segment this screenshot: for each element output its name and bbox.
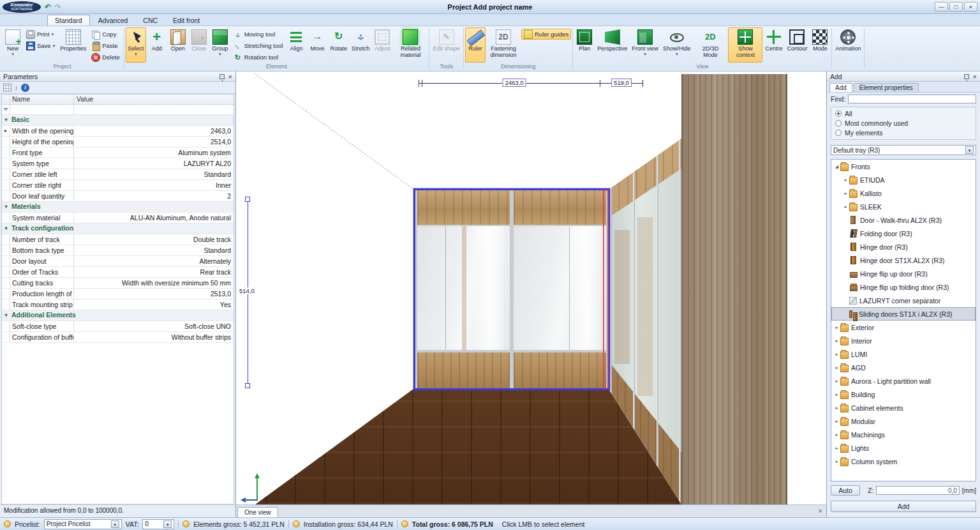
ribbon-button-2d-3d-mode[interactable]: 2D/3D Mode	[693, 27, 727, 63]
maximize-button[interactable]: □	[949, 2, 963, 11]
param-row-production-length-of-tr[interactable]: Production length of tr...2513,0	[2, 289, 234, 299]
ribbon-button-properties[interactable]: Properties	[58, 27, 88, 63]
expand-arrow-icon[interactable]: ▸	[833, 352, 840, 357]
expand-arrow-icon[interactable]: ▸	[833, 446, 840, 451]
ribbon-button-fastening-dimension[interactable]: Fastening dimension	[486, 27, 521, 63]
ribbon-button-print[interactable]: Print▾	[24, 29, 57, 40]
minimize-button[interactable]: —	[935, 2, 948, 11]
param-group-additional-elements[interactable]: ▾Additional Elements	[2, 310, 234, 321]
ribbon-button-edit-shape[interactable]: Edit shape	[431, 27, 462, 63]
expand-arrow-icon[interactable]: ▸	[842, 204, 849, 209]
param-row-corner-stile-left[interactable]: Corner stile leftStandard	[2, 169, 234, 180]
find-input[interactable]	[848, 95, 976, 103]
tree-item-cabinet-elements[interactable]: ▸Cabinet elements	[831, 401, 976, 414]
tree-item-hinge-door-st1x-al2x-r3[interactable]: Hinge door ST1X.AL2X (R3)	[831, 254, 976, 267]
ribbon-button-related-material[interactable]: Related material	[393, 27, 427, 63]
expand-arrow-icon[interactable]: ▸	[842, 191, 849, 196]
ribbon-button-open[interactable]: Open	[168, 27, 188, 63]
ribbon-button-paste[interactable]: Paste	[89, 40, 122, 51]
add-button[interactable]: Add	[831, 501, 976, 512]
pin-icon[interactable]	[964, 74, 969, 79]
radio-my-elements[interactable]: My elements	[835, 129, 972, 137]
sliding-door-left[interactable]	[415, 190, 512, 388]
column-header-value[interactable]: Value	[74, 95, 234, 104]
param-row-system-material[interactable]: System materialALU-AN Aluminum, Anode na…	[2, 213, 234, 223]
tab-one-view[interactable]: One view	[237, 507, 278, 517]
ribbon-button-save[interactable]: Save▾	[24, 40, 57, 51]
expand-arrow-icon[interactable]: ▸	[833, 338, 840, 344]
param-row-door-layout[interactable]: Door layoutAlternately	[2, 256, 234, 267]
undo-icon[interactable]: ↶	[45, 3, 51, 11]
param-row-number-of-track[interactable]: Number of trackDouble track	[2, 234, 234, 245]
tab-element-properties[interactable]: Element properties	[854, 83, 919, 92]
close-panel-icon[interactable]: ×	[228, 73, 232, 80]
menu-tab-standard[interactable]: Standard	[47, 15, 90, 26]
redo-icon[interactable]: ↷	[55, 3, 61, 11]
selected-sliding-doors[interactable]	[413, 188, 610, 390]
tray-dropdown[interactable]: Default tray (R3) ▾	[831, 145, 976, 155]
tree-item-machinings[interactable]: ▸Machinings	[831, 428, 976, 441]
menu-tab-edit-front[interactable]: Edit front	[166, 15, 207, 26]
chevron-down-icon[interactable]: ▾	[111, 520, 119, 528]
ribbon-button-copy[interactable]: Copy	[89, 29, 122, 40]
tab-add[interactable]: Add	[829, 83, 852, 92]
tree-item-etiuda[interactable]: ▸ETIUDA	[831, 173, 976, 186]
ribbon-button-ruler-guides[interactable]: Ruler guides	[521, 29, 571, 40]
param-row-cutting-tracks[interactable]: Cutting tracksWidth with oversize minimu…	[2, 278, 234, 289]
expand-arrow-icon[interactable]: ▸	[833, 432, 840, 437]
param-row-height-of-the-opening[interactable]: Height of the opening2514,0	[2, 137, 234, 148]
close-view-icon[interactable]: ×	[819, 507, 822, 515]
ribbon-button-move[interactable]: Move	[307, 27, 327, 63]
param-row-door-leaf-quantity[interactable]: Door leaf quantity2	[2, 191, 234, 202]
tree-item-lazuryt-corner-separator[interactable]: LAZURYT corner separator	[831, 294, 976, 307]
ribbon-button-contour[interactable]: Contour	[785, 27, 809, 63]
ribbon-button-delete[interactable]: Delete	[89, 52, 122, 63]
menu-tab-cnc[interactable]: CNC	[136, 15, 165, 26]
tree-item-modular[interactable]: ▸Modular	[831, 414, 976, 428]
ribbon-button-adjust[interactable]: Adjust	[372, 27, 392, 63]
tree-item-lights[interactable]: ▸Lights	[831, 441, 976, 455]
param-group-materials[interactable]: ▾Materials	[2, 202, 234, 213]
column-header-name[interactable]: Name	[10, 95, 74, 104]
ribbon-button-front-view[interactable]: Front view▾	[630, 27, 660, 63]
3d-viewport[interactable]: 2463,0 519,0 514,0	[236, 72, 826, 504]
sliding-door-right[interactable]	[512, 190, 608, 388]
expand-arrow-icon[interactable]: ▸	[842, 178, 849, 183]
chevron-down-icon[interactable]: ▾	[163, 520, 172, 528]
ribbon-button-group[interactable]: Group▾	[210, 27, 230, 63]
tree-item-lumi[interactable]: ▸LUMI	[831, 347, 976, 361]
tree-item-aurora-light-partition-wall[interactable]: ▸Aurora - Light partition wall	[831, 374, 976, 388]
expand-arrow-icon[interactable]: ◢	[833, 164, 840, 169]
auto-button[interactable]: Auto	[831, 485, 860, 496]
param-row-track-mounting-strip[interactable]: Track mounting stripYes	[2, 299, 234, 310]
tree-item-fronts[interactable]: ◢Fronts	[831, 160, 976, 173]
param-row-corner-stile-right[interactable]: Corner stile rightInner	[2, 180, 234, 191]
tree-item-hinge-flip-up-folding-door-r3[interactable]: Hinge flip up folding door (R3)	[831, 280, 976, 294]
ribbon-button-moving-tool[interactable]: Moving tool	[231, 29, 286, 40]
ribbon-button-ruler[interactable]: Ruler	[465, 27, 486, 63]
ribbon-button-mode[interactable]: Mode	[810, 27, 830, 63]
ribbon-button-centre[interactable]: Centre	[763, 27, 784, 63]
wood-gable-panel[interactable]	[681, 74, 787, 504]
ribbon-button-new[interactable]: New▾	[3, 27, 23, 63]
pricelist-dropdown[interactable]: Project Pricelist ▾	[44, 519, 122, 529]
radio-all[interactable]: All	[835, 110, 972, 117]
z-input[interactable]: 0,0	[876, 486, 959, 495]
param-row-soft-close-type[interactable]: Soft-close typeSoft-close UNO	[2, 321, 234, 332]
tree-item-hinge-door-r3[interactable]: Hinge door (R3)	[831, 240, 976, 254]
tree-item-sliding-doors-st1x-i-al2x-r3[interactable]: Sliding doors ST1X i AL2X (R3)	[831, 307, 976, 321]
ribbon-button-perspective[interactable]: Perspective	[595, 27, 629, 63]
radio-most-commonly-used[interactable]: Most commonly used	[835, 119, 972, 127]
param-row-width-of-the-opening[interactable]: ▸Width of the opening2463,0	[2, 126, 234, 137]
expand-arrow-icon[interactable]: ▸	[833, 459, 840, 464]
ribbon-button-align[interactable]: Align	[286, 27, 306, 63]
ribbon-button-plan[interactable]: Plan	[574, 27, 595, 63]
ribbon-button-select[interactable]: Select▾	[126, 27, 146, 63]
expand-arrow-icon[interactable]: ▸	[833, 419, 840, 424]
filter-row[interactable]	[2, 105, 234, 115]
tree-item-exterior[interactable]: ▸Exterior	[831, 321, 976, 334]
ribbon-button-animation[interactable]: Animation	[833, 27, 863, 63]
param-row-order-of-tracks[interactable]: Order of TracksRear track	[2, 267, 234, 278]
ribbon-button-close[interactable]: Close	[189, 27, 209, 63]
param-group-track-configuration[interactable]: ▾Track configuration	[2, 223, 234, 234]
